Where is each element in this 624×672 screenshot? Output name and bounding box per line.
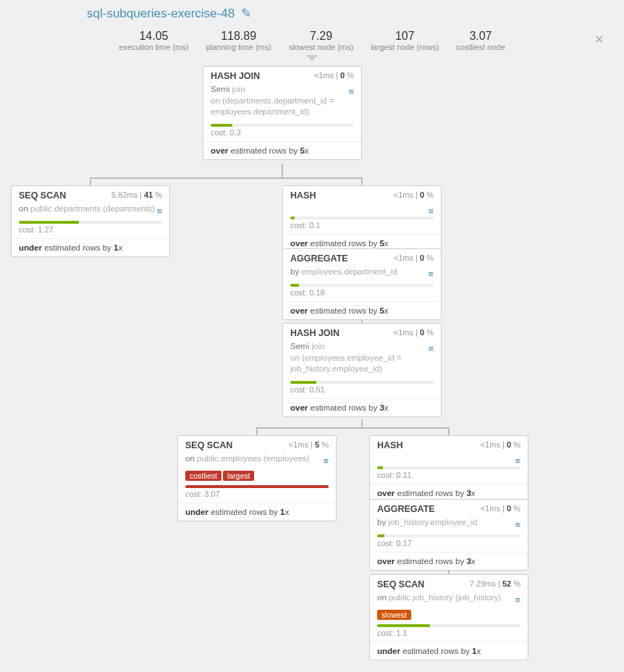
stats-bar: 14.05execution time (ms) 118.89planning …	[0, 21, 624, 59]
database-icon[interactable]: ≡	[428, 343, 434, 356]
node-seq-scan-job-history[interactable]: SEQ SCAN7.29ms | 52 % on public.job_hist…	[369, 574, 528, 660]
database-icon[interactable]: ≡	[515, 518, 520, 532]
database-icon[interactable]: ≡	[428, 268, 434, 281]
stat-cost: 3.07costliest node	[456, 30, 505, 51]
node-hash-2[interactable]: HASH<1ms | 0 % ≡ cost: 0.11 over estimat…	[369, 435, 528, 503]
node-aggregate-2[interactable]: AGGREGATE<1ms | 0 % by job_history.emplo…	[369, 499, 528, 571]
node-hash-1[interactable]: HASH<1ms | 0 % ≡ cost: 0.1 over estimate…	[282, 185, 442, 253]
node-hash-join-1[interactable]: HASH JOIN<1ms | 0 % Semi joinon (departm…	[203, 66, 362, 160]
plan-canvas: HASH JOIN<1ms | 0 % Semi joinon (departm…	[0, 59, 624, 672]
badge-slowest: slowest	[377, 610, 411, 620]
title-text: sql-subqueries-exercise-48	[87, 7, 235, 20]
edit-icon[interactable]: ✎	[241, 7, 251, 20]
node-aggregate-1[interactable]: AGGREGATE<1ms | 0 % by employees.departm…	[282, 248, 442, 320]
badge-largest: largest	[223, 471, 255, 481]
database-icon[interactable]: ≡	[323, 455, 329, 468]
node-seq-scan-departments[interactable]: SEQ SCAN5.82ms | 41 % on public.departme…	[11, 185, 170, 257]
database-icon[interactable]: ≡	[515, 594, 520, 607]
stat-large: 107largest node (rows)	[371, 30, 439, 51]
database-icon[interactable]: ≡	[156, 205, 162, 218]
badge-costliest: costliest	[185, 471, 222, 481]
stat-exec: 14.05execution time (ms)	[119, 30, 188, 51]
stat-plan: 118.89planning time (ms)	[206, 30, 271, 51]
database-icon[interactable]: ≡	[428, 205, 434, 218]
node-hash-join-2[interactable]: HASH JOIN<1ms | 0 % Semi joinon (employe…	[282, 323, 442, 417]
node-seq-scan-employees[interactable]: SEQ SCAN<1ms | 5 % on public.employees (…	[177, 435, 337, 521]
page-title: sql-subqueries-exercise-48 ✎	[0, 0, 624, 21]
close-icon[interactable]: ✕	[594, 33, 604, 46]
stat-slow: 7.29slowest node (ms)	[289, 30, 353, 51]
database-icon[interactable]: ≡	[348, 85, 354, 98]
database-icon[interactable]: ≡	[515, 455, 520, 468]
